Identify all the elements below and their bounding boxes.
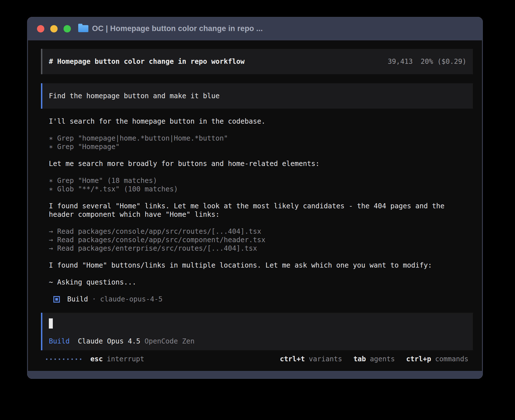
asking-questions-status: ~ Asking questions... xyxy=(49,278,473,286)
model-name: claude-opus-4-5 xyxy=(100,295,163,303)
statusbar-left: esc interrupt xyxy=(46,355,144,363)
statusbar: esc interrupt ctrl+t variants tab agents… xyxy=(41,355,473,363)
tool-call-grep-glob-list: ∗ Grep "Home" (18 matches) ∗ Glob "**/*.… xyxy=(49,176,473,193)
token-count: 39,413 xyxy=(388,57,413,66)
key-tab: tab xyxy=(353,355,366,363)
close-button[interactable] xyxy=(37,25,44,32)
session-header: # Homepage button color change in repo w… xyxy=(41,49,473,74)
window-title: OC | Homepage button color change in rep… xyxy=(92,24,263,33)
assistant-paragraph: I found "Home" buttons/links in multiple… xyxy=(49,261,473,270)
key-ctrl-p: ctrl+p xyxy=(406,355,431,363)
hint-interrupt-label: interrupt xyxy=(107,355,144,363)
hint-variants-label: variants xyxy=(309,355,342,363)
minimize-button[interactable] xyxy=(50,25,58,32)
session-title: # Homepage button color change in repo w… xyxy=(49,57,245,66)
user-message: Find the homepage button and make it blu… xyxy=(41,83,473,109)
hint-variants: ctrl+t variants xyxy=(280,355,342,363)
assistant-transcript: I'll search for the homepage button in t… xyxy=(41,109,473,303)
text-cursor xyxy=(49,318,53,329)
key-ctrl-t: ctrl+t xyxy=(280,355,305,363)
hint-commands: ctrl+p commands xyxy=(406,355,468,363)
tool-call-grep-list: ∗ Grep "homepage|home.*button|Home.*butt… xyxy=(49,134,473,151)
statusbar-right: ctrl+t variants tab agents ctrl+p comman… xyxy=(280,355,468,363)
assistant-paragraph: I found several "Home" links. Let me loo… xyxy=(49,202,473,219)
terminal-window: OC | Homepage button color change in rep… xyxy=(27,17,483,379)
hint-agents: tab agents xyxy=(353,355,395,363)
agent-status-icon xyxy=(53,296,60,303)
active-agent-badge[interactable]: Build xyxy=(49,337,70,345)
prompt-input[interactable]: Build Claude Opus 4.5 OpenCode Zen xyxy=(41,313,473,350)
hint-agents-label: agents xyxy=(370,355,395,363)
hint-commands-label: commands xyxy=(435,355,468,363)
agent-name: Build xyxy=(67,295,88,303)
agent-status-icon-core xyxy=(55,298,58,301)
input-status-row: Build Claude Opus 4.5 OpenCode Zen xyxy=(49,337,466,345)
user-message-text: Find the homepage button and make it blu… xyxy=(49,92,220,100)
context-usage-cost: 20% ($0.29) xyxy=(421,57,466,66)
assistant-paragraph: Let me search more broadly for buttons a… xyxy=(49,159,473,168)
hint-interrupt: esc interrupt xyxy=(90,355,144,363)
folder-icon xyxy=(78,25,88,32)
separator-dot: · xyxy=(92,295,96,303)
traffic-lights xyxy=(37,25,71,32)
key-esc: esc xyxy=(90,355,103,363)
tool-call-read-list: → Read packages/console/app/src/routes/[… xyxy=(49,227,473,253)
assistant-paragraph: I'll search for the homepage button in t… xyxy=(49,117,473,126)
active-model-label: Claude Opus 4.5 xyxy=(78,337,140,345)
session-stats: 39,413 20% ($0.29) xyxy=(388,57,466,66)
terminal-content: # Homepage button color change in repo w… xyxy=(28,40,482,371)
busy-spinner-dots xyxy=(46,358,81,360)
agent-status-row: Build · claude-opus-4-5 xyxy=(49,295,473,303)
provider-label: OpenCode Zen xyxy=(145,337,195,345)
titlebar[interactable]: OC | Homepage button color change in rep… xyxy=(28,17,482,40)
zoom-button[interactable] xyxy=(64,25,71,32)
